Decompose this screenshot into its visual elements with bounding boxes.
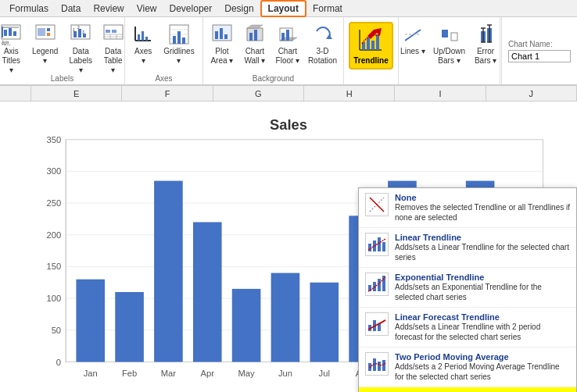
rotation-button[interactable]: 3-DRotation bbox=[305, 20, 340, 67]
svg-text:May: May bbox=[238, 369, 256, 378]
plot-area-button[interactable]: PlotArea ▾ bbox=[206, 20, 238, 67]
lines-icon bbox=[400, 22, 425, 47]
svg-text:Jan: Jan bbox=[84, 369, 98, 378]
col-header-i[interactable]: I bbox=[395, 86, 486, 101]
trendline-label: Trendline bbox=[353, 56, 388, 65]
svg-rect-30 bbox=[145, 37, 148, 41]
ribbon-group-axes: Axes ▾ Gridlines ▾ Axes bbox=[125, 17, 203, 84]
error-bars-icon bbox=[473, 22, 498, 47]
axes-button[interactable]: Axes ▾ bbox=[129, 20, 158, 67]
updown-bars-button[interactable]: Up/DownBars ▾ bbox=[430, 20, 468, 67]
svg-rect-48 bbox=[281, 33, 285, 41]
bar-may[interactable] bbox=[232, 289, 261, 362]
col-header-g[interactable]: G bbox=[213, 86, 304, 101]
axis-titles-button[interactable]: Axis Titles AxisTitles ▾ bbox=[0, 20, 26, 77]
trendline-linear-text: Linear Trendline Adds/sets a Linear Tren… bbox=[395, 233, 570, 262]
ribbon-group-analysis: Lines ▾ Up/DownBars ▾ bbox=[399, 17, 500, 84]
trendline-linear-icon bbox=[365, 233, 389, 256]
trendline-none-item[interactable]: None Removes the selected Trendline or a… bbox=[359, 188, 576, 228]
svg-text:350: 350 bbox=[46, 135, 61, 144]
col-header-f[interactable]: F bbox=[122, 86, 213, 101]
chart-wall-label: ChartWall ▾ bbox=[244, 47, 265, 66]
row-header-spacer bbox=[0, 86, 31, 101]
svg-rect-56 bbox=[371, 41, 375, 50]
chart-wall-icon bbox=[242, 22, 267, 47]
menu-design[interactable]: Design bbox=[218, 2, 260, 16]
error-bars-label: ErrorBars ▾ bbox=[475, 47, 496, 66]
svg-rect-21 bbox=[112, 30, 116, 33]
svg-rect-44 bbox=[249, 33, 253, 41]
svg-line-59 bbox=[405, 30, 421, 41]
svg-text:Mar: Mar bbox=[161, 369, 177, 378]
trendline-none-title: None bbox=[395, 193, 570, 202]
col-header-h[interactable]: H bbox=[304, 86, 395, 101]
more-trendline-options-item[interactable]: More Trendline Options... bbox=[359, 387, 576, 392]
svg-rect-110 bbox=[378, 279, 381, 291]
trendline-linear-title: Linear Trendline bbox=[395, 233, 570, 242]
axes-icon bbox=[131, 22, 156, 47]
trendline-exponential-text: Exponential Trendline Adds/sets an Expon… bbox=[395, 273, 570, 302]
svg-text:Jun: Jun bbox=[278, 369, 292, 378]
gridlines-label: Gridlines ▾ bbox=[163, 47, 196, 66]
legend-label: Legend ▾ bbox=[30, 47, 59, 66]
ribbon-group-labels: Axis Titles AxisTitles ▾ Legend ▾ bbox=[0, 17, 125, 84]
rotation-label: 3-DRotation bbox=[308, 47, 337, 66]
trendline-icon bbox=[357, 27, 385, 55]
bar-jan[interactable] bbox=[76, 280, 105, 362]
bar-jun[interactable] bbox=[271, 273, 300, 362]
chart-floor-icon bbox=[275, 22, 300, 47]
analysis-buttons: Lines ▾ Up/DownBars ▾ bbox=[397, 20, 501, 78]
svg-text:Titles: Titles bbox=[2, 43, 11, 45]
svg-rect-11 bbox=[47, 33, 50, 36]
lines-button[interactable]: Lines ▾ bbox=[397, 20, 428, 58]
trendline-two-period-item[interactable]: Two Period Moving Average Adds/sets a 2 … bbox=[359, 347, 576, 387]
trendline-none-icon bbox=[365, 193, 389, 216]
menu-view[interactable]: View bbox=[131, 2, 163, 16]
ribbon: Axis Titles AxisTitles ▾ Legend ▾ bbox=[0, 17, 577, 86]
legend-button[interactable]: Legend ▾ bbox=[27, 20, 63, 67]
plot-area-icon bbox=[210, 22, 235, 47]
trendline-linear-forecast-item[interactable]: Linear Forecast Trendline Adds/sets a Li… bbox=[359, 308, 576, 347]
chart-name-input[interactable] bbox=[508, 50, 571, 62]
data-labels-button[interactable]: 1 2 3 DataLabels ▾ bbox=[64, 20, 97, 77]
chart-title: Sales bbox=[270, 116, 307, 133]
main-content: Sales 350 300 250 200 150 100 50 0 bbox=[0, 102, 577, 392]
trendline-button[interactable]: Trendline bbox=[349, 22, 392, 69]
trendline-linear-forecast-desc: Adds/sets a Linear Trendline with 2 peri… bbox=[395, 322, 570, 342]
error-bars-button[interactable]: ErrorBars ▾ bbox=[470, 20, 501, 67]
background-buttons: PlotArea ▾ ChartWall ▾ bbox=[206, 20, 340, 78]
menu-developer[interactable]: Developer bbox=[163, 2, 219, 16]
gridlines-button[interactable]: Gridlines ▾ bbox=[159, 20, 199, 67]
svg-rect-105 bbox=[378, 237, 381, 251]
col-header-j[interactable]: J bbox=[486, 86, 577, 101]
svg-rect-13 bbox=[73, 31, 77, 37]
legend-icon bbox=[33, 22, 58, 47]
trendline-exponential-icon bbox=[365, 273, 389, 296]
trendline-linear-forecast-icon bbox=[365, 312, 389, 336]
bar-mar[interactable] bbox=[154, 181, 183, 362]
chart-wall-button[interactable]: ChartWall ▾ bbox=[239, 20, 271, 67]
svg-rect-119 bbox=[378, 362, 381, 371]
menu-formulas[interactable]: Formulas bbox=[3, 2, 55, 16]
bar-feb[interactable] bbox=[115, 292, 144, 362]
axis-titles-label: AxisTitles ▾ bbox=[0, 47, 23, 75]
menu-format[interactable]: Format bbox=[306, 2, 349, 16]
col-header-e[interactable]: E bbox=[31, 86, 122, 101]
svg-rect-37 bbox=[182, 37, 185, 44]
trendline-exponential-item[interactable]: Exponential Trendline Adds/sets an Expon… bbox=[359, 268, 576, 308]
svg-text:200: 200 bbox=[46, 230, 61, 240]
ribbon-group-trendline: Trendline bbox=[344, 17, 399, 84]
chart-floor-button[interactable]: ChartFloor ▾ bbox=[272, 20, 303, 67]
axes-buttons: Axes ▾ Gridlines ▾ bbox=[129, 20, 199, 78]
trendline-linear-item[interactable]: Linear Trendline Adds/sets a Linear Tren… bbox=[359, 228, 576, 268]
bar-apr[interactable] bbox=[193, 222, 222, 362]
svg-rect-61 bbox=[442, 30, 448, 37]
data-table-button[interactable]: DataTable ▾ bbox=[99, 20, 127, 77]
menu-review[interactable]: Review bbox=[87, 2, 130, 16]
menu-layout[interactable]: Layout bbox=[260, 0, 306, 17]
lines-label: Lines ▾ bbox=[400, 47, 425, 56]
trendline-linear-desc: Adds/sets a Linear Trendline for the sel… bbox=[395, 242, 570, 262]
bar-jul[interactable] bbox=[310, 283, 339, 362]
menu-data[interactable]: Data bbox=[55, 2, 87, 16]
svg-rect-3 bbox=[4, 30, 7, 36]
